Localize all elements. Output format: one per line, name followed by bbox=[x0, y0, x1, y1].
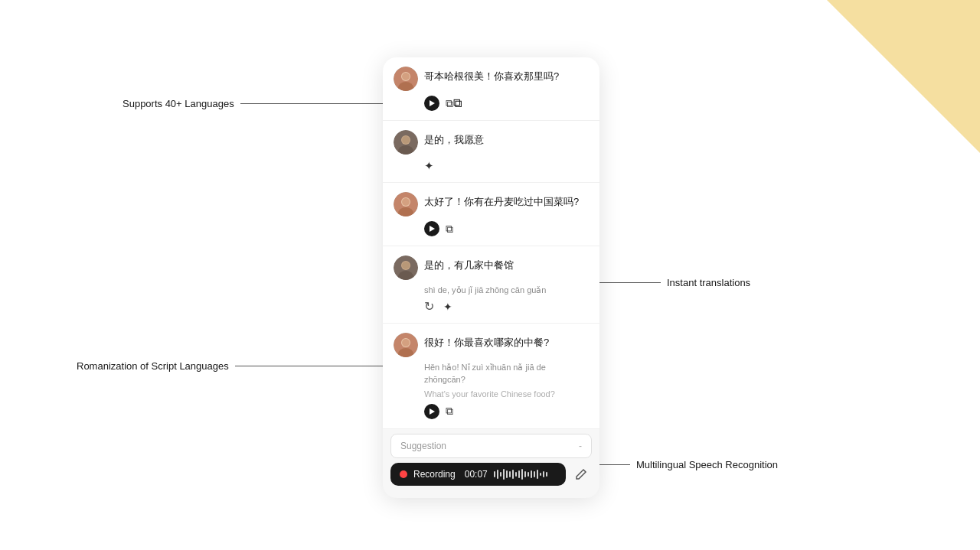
msg-actions-4: ↻ ✦ bbox=[424, 299, 589, 314]
annotation-translations-label: Instant translations bbox=[667, 277, 750, 288]
recording-row: Recording 00:07 bbox=[390, 463, 592, 486]
suggestion-dropdown-icon[interactable]: - bbox=[579, 441, 582, 451]
annotation-speech: Multilingual Speech Recognition bbox=[599, 459, 778, 470]
avatar-4 bbox=[394, 255, 418, 280]
msg-actions-2: ✦ bbox=[424, 159, 589, 173]
msg-text-4: 是的，有几家中餐馆 bbox=[424, 255, 589, 272]
copy-button-1[interactable]: ⧉ bbox=[446, 96, 459, 110]
msg-row-4: 是的，有几家中餐馆 bbox=[394, 255, 589, 280]
play-button-5[interactable] bbox=[424, 404, 439, 419]
msg-row-3: 太好了！你有在丹麦吃过中国菜吗? bbox=[394, 192, 589, 216]
msg-row-2: 是的，我愿意 bbox=[394, 130, 589, 155]
avatar-2 bbox=[394, 130, 418, 155]
avatar-3 bbox=[394, 192, 418, 216]
msg-text-5: 很好！你最喜欢哪家的中餐? bbox=[424, 333, 589, 350]
msg-actions-3: ⧉ bbox=[424, 221, 589, 236]
msg-row-5: 很好！你最喜欢哪家的中餐? bbox=[394, 333, 589, 357]
message-block-5: 很好！你最喜欢哪家的中餐? Hěn hǎo! Nǐ zuì xǐhuān nǎ … bbox=[383, 324, 599, 428]
magic-button-2[interactable]: ✦ bbox=[424, 159, 434, 173]
svg-point-11 bbox=[402, 198, 410, 206]
msg-text-1: 哥本哈根很美！你喜欢那里吗? bbox=[424, 67, 589, 83]
suggestion-bar[interactable]: Suggestion - bbox=[390, 434, 592, 458]
play-button-3[interactable] bbox=[424, 221, 439, 236]
annotation-speech-label: Multilingual Speech Recognition bbox=[636, 459, 778, 470]
msg-text-3: 太好了！你有在丹麦吃过中国菜吗? bbox=[424, 192, 589, 209]
deco-triangle bbox=[827, 0, 980, 153]
message-block-1: 哥本哈根很美！你喜欢那里吗? ⧉ bbox=[383, 57, 599, 121]
recording-label: Recording bbox=[413, 469, 456, 480]
annotation-romanization-label: Romanization of Script Languages bbox=[77, 360, 229, 372]
msg-translation-5: What's your favorite Chinese food? bbox=[424, 389, 589, 400]
pencil-icon bbox=[575, 468, 587, 480]
annotation-languages-label: Supports 40+ Languages bbox=[122, 98, 234, 109]
svg-point-19 bbox=[402, 339, 410, 347]
svg-point-7 bbox=[402, 136, 410, 144]
message-block-4: 是的，有几家中餐馆 shì de, yǒu jǐ jiā zhōng cān g… bbox=[383, 246, 599, 324]
recording-waveform bbox=[494, 469, 557, 480]
suggestion-placeholder: Suggestion bbox=[400, 441, 446, 451]
svg-point-15 bbox=[402, 262, 410, 269]
msg-text-2: 是的，我愿意 bbox=[424, 130, 589, 147]
recording-time: 00:07 bbox=[465, 469, 488, 480]
refresh-button-4[interactable]: ↻ bbox=[424, 299, 434, 314]
recording-dot bbox=[400, 470, 407, 478]
msg-actions-5: ⧉ bbox=[424, 404, 589, 419]
annotation-translations: Instant translations bbox=[599, 277, 750, 288]
msg-pinyin-4: shì de, yǒu jǐ jiā zhōng cān guǎn bbox=[424, 285, 589, 296]
msg-row-1: 哥本哈根很美！你喜欢那里吗? bbox=[394, 67, 589, 91]
msg-actions-1: ⧉ bbox=[424, 96, 589, 111]
svg-point-3 bbox=[402, 73, 410, 80]
msg-pinyin-5: Hěn hǎo! Nǐ zuì xǐhuān nǎ jiā de zhōngcā… bbox=[424, 362, 589, 386]
avatar-1 bbox=[394, 67, 418, 91]
message-block-2: 是的，我愿意 ✦ bbox=[383, 121, 599, 183]
recording-edit-button[interactable] bbox=[570, 464, 592, 485]
copy-button-3[interactable]: ⧉ bbox=[446, 223, 453, 236]
magic-button-4[interactable]: ✦ bbox=[443, 301, 452, 313]
recording-bar: Recording 00:07 bbox=[390, 463, 566, 486]
copy-button-5[interactable]: ⧉ bbox=[446, 405, 453, 418]
play-button-1[interactable] bbox=[424, 96, 439, 111]
avatar-5 bbox=[394, 333, 418, 357]
annotation-speech-line bbox=[599, 464, 630, 465]
app-container: 哥本哈根很美！你喜欢那里吗? ⧉ 是的，我愿意 ✦ bbox=[383, 57, 599, 498]
annotation-translations-line bbox=[599, 282, 661, 283]
message-block-3: 太好了！你有在丹麦吃过中国菜吗? ⧉ bbox=[383, 183, 599, 246]
